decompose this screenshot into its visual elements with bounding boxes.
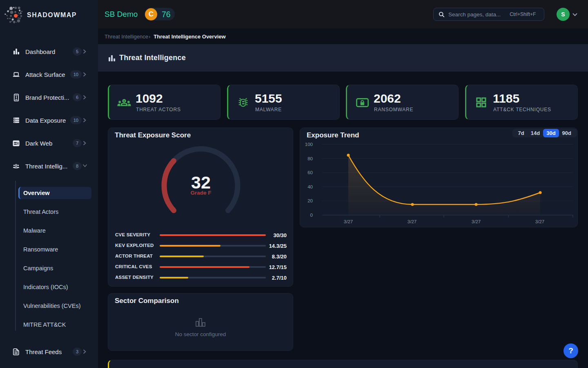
svg-text:3/27: 3/27 xyxy=(472,219,481,224)
svg-text:3/27: 3/27 xyxy=(535,219,544,224)
svg-text:80: 80 xyxy=(307,156,313,161)
svg-text:100: 100 xyxy=(305,142,313,147)
svg-text:3/27: 3/27 xyxy=(408,219,416,224)
svg-text:40: 40 xyxy=(307,184,313,189)
svg-text:0: 0 xyxy=(310,213,313,218)
svg-text:20: 20 xyxy=(307,198,313,203)
svg-text:60: 60 xyxy=(307,170,313,175)
svg-text:3/27: 3/27 xyxy=(344,219,353,224)
